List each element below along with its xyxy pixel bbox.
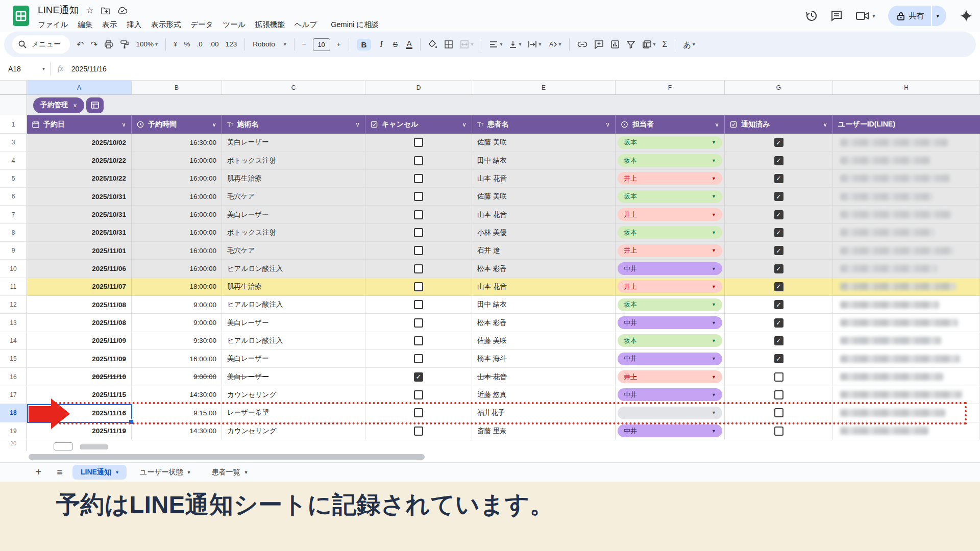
text-wrap-button[interactable]: ▾ xyxy=(528,40,541,48)
cancel-checkbox-10[interactable] xyxy=(414,264,423,273)
cell-patient-14[interactable]: 佐藤 美咲 xyxy=(472,332,616,350)
cell-cancel-11[interactable] xyxy=(365,278,472,296)
row-header-15[interactable]: 15 xyxy=(0,350,27,368)
row-header-4[interactable]: 4 xyxy=(0,152,27,169)
notified-checkbox-3[interactable]: ✓ xyxy=(774,138,783,147)
row-header-7[interactable]: 7 xyxy=(0,206,27,223)
cell-date-5[interactable]: 2025/10/22 xyxy=(27,170,132,188)
cell-cancel-17[interactable] xyxy=(365,386,472,404)
cell-treatment-6[interactable]: 毛穴ケア xyxy=(222,188,365,206)
header-time[interactable]: 予約時間∨ xyxy=(132,115,222,134)
cell-date-9[interactable]: 2025/11/01 xyxy=(27,242,132,260)
cell-time-6[interactable]: 16:00:00 xyxy=(132,188,222,206)
sheet-tab-caret-icon[interactable]: ▾ xyxy=(245,469,248,475)
cell-user-id-12[interactable] xyxy=(833,296,980,314)
cancel-checkbox-12[interactable] xyxy=(414,300,423,309)
notified-checkbox-14[interactable]: ✓ xyxy=(774,336,783,345)
cloud-status-icon[interactable] xyxy=(117,7,128,14)
cell-user-id-17[interactable] xyxy=(833,386,980,404)
cell-patient-12[interactable]: 田中 結衣 xyxy=(472,296,616,314)
cell-user-id-14[interactable] xyxy=(833,332,980,350)
row-header-20[interactable]: 20 xyxy=(0,440,27,452)
cell-date-16[interactable]: 2025/11/10 xyxy=(27,368,132,386)
cancel-checkbox-6[interactable] xyxy=(414,192,423,201)
column-header-G[interactable]: G xyxy=(725,81,833,94)
cancel-checkbox-5[interactable] xyxy=(414,174,423,183)
cell-date-10[interactable]: 2025/11/06 xyxy=(27,260,132,278)
cell-staff-11[interactable]: 井上▼ xyxy=(616,278,725,296)
cell-user-id-15[interactable] xyxy=(833,350,980,368)
cancel-checkbox-7[interactable] xyxy=(414,210,423,219)
select-all-corner[interactable] xyxy=(0,81,27,94)
cell-cancel-19[interactable] xyxy=(365,422,472,440)
staff-chip-10[interactable]: 中井▼ xyxy=(618,262,722,275)
cell-user-id-16[interactable] xyxy=(833,368,980,386)
notified-checkbox-6[interactable]: ✓ xyxy=(774,192,783,201)
cell-time-10[interactable]: 16:00:00 xyxy=(132,260,222,278)
cell-time-17[interactable]: 14:30:00 xyxy=(132,386,222,404)
create-filter-button[interactable] xyxy=(626,40,635,48)
cell-notified-7[interactable]: ✓ xyxy=(725,206,833,223)
insert-chart-button[interactable] xyxy=(610,40,620,49)
cancel-checkbox-9[interactable] xyxy=(414,246,423,255)
row-header-6[interactable]: 6 xyxy=(0,188,27,206)
cell-notified-8[interactable]: ✓ xyxy=(725,224,833,242)
cell-date-12[interactable]: 2025/11/08 xyxy=(27,296,132,314)
cell-cancel-6[interactable] xyxy=(365,188,472,206)
text-color-button[interactable]: A xyxy=(406,40,412,49)
cell-patient-8[interactable]: 小林 美優 xyxy=(472,224,616,242)
staff-chip-5[interactable]: 井上▼ xyxy=(618,172,722,185)
header-notified-caret-icon[interactable]: ∨ xyxy=(823,121,827,128)
font-selector[interactable]: Roboto▾ xyxy=(253,41,286,48)
cell-time-15[interactable]: 16:00:00 xyxy=(132,350,222,368)
cell-treatment-4[interactable]: ボトックス注射 xyxy=(222,152,365,169)
cell-staff-12[interactable]: 坂本▼ xyxy=(616,296,725,314)
format-currency-button[interactable]: ¥ xyxy=(174,41,178,48)
cell-date-3[interactable]: 2025/10/02 xyxy=(27,134,132,152)
column-header-E[interactable]: E xyxy=(472,81,616,94)
cell-treatment-14[interactable]: ヒアルロン酸注入 xyxy=(222,332,365,350)
toolbar-search[interactable]: メニュー xyxy=(12,35,70,54)
sheet-tab-caret-icon[interactable]: ▾ xyxy=(116,469,118,475)
menu-item-6[interactable]: ツール xyxy=(223,20,246,30)
cell-patient-15[interactable]: 橋本 海斗 xyxy=(472,350,616,368)
staff-chip-16[interactable]: 井上▼ xyxy=(618,370,722,383)
star-icon[interactable]: ☆ xyxy=(86,6,93,15)
cell-notified-9[interactable]: ✓ xyxy=(725,242,833,260)
cell-time-16[interactable]: 9:00:00 xyxy=(132,368,222,386)
row-header-16[interactable]: 16 xyxy=(0,368,27,386)
notified-checkbox-11[interactable]: ✓ xyxy=(774,282,783,291)
header-cancel[interactable]: キャンセル∨ xyxy=(365,115,472,134)
cell-notified-3[interactable]: ✓ xyxy=(725,134,833,152)
menu-item-1[interactable]: 編集 xyxy=(78,20,92,30)
horizontal-align-button[interactable]: ▾ xyxy=(489,40,502,48)
cancel-checkbox-14[interactable] xyxy=(414,336,423,345)
increase-font-size-button[interactable]: + xyxy=(337,41,341,48)
cell-treatment-11[interactable]: 肌再生治療 xyxy=(222,278,365,296)
header-cancel-caret-icon[interactable]: ∨ xyxy=(462,121,467,128)
format-percent-button[interactable]: % xyxy=(184,41,190,48)
cell-staff-15[interactable]: 中井▼ xyxy=(616,350,725,368)
cell-patient-4[interactable]: 田中 結衣 xyxy=(472,152,616,169)
text-rotation-button[interactable]: A▾ xyxy=(548,40,561,48)
cell-patient-9[interactable]: 石井 遼 xyxy=(472,242,616,260)
notified-checkbox-10[interactable]: ✓ xyxy=(774,264,783,273)
staff-chip-4[interactable]: 坂本▼ xyxy=(618,154,722,167)
staff-chip-8[interactable]: 坂本▼ xyxy=(618,226,722,239)
print-button[interactable] xyxy=(104,40,113,49)
meet-caret-icon[interactable]: ▾ xyxy=(872,13,875,19)
menu-item-4[interactable]: 表示形式 xyxy=(151,20,181,30)
staff-chip-9[interactable]: 井上▼ xyxy=(618,244,722,257)
add-sheet-button[interactable]: + xyxy=(30,466,47,478)
cell-time-3[interactable]: 16:30:00 xyxy=(132,134,222,152)
header-treatment[interactable]: TT 施術名∨ xyxy=(222,115,365,134)
cell-notified-10[interactable]: ✓ xyxy=(725,260,833,278)
cancel-checkbox-16[interactable]: ✓ xyxy=(414,372,423,382)
cell-date-6[interactable]: 2025/10/31 xyxy=(27,188,132,206)
row-header-9[interactable]: 9 xyxy=(0,242,27,260)
menu-item-3[interactable]: 挿入 xyxy=(127,20,141,30)
row-header-8[interactable]: 8 xyxy=(0,224,27,242)
menu-item-7[interactable]: 拡張機能 xyxy=(255,20,285,30)
cell-user-id-5[interactable] xyxy=(833,170,980,188)
column-header-B[interactable]: B xyxy=(132,81,222,94)
